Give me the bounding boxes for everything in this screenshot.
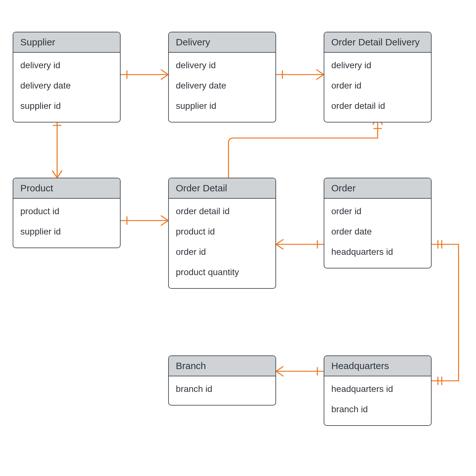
- entity-order-detail-delivery[interactable]: Order Detail Delivery delivery id order …: [324, 32, 432, 122]
- attribute: product id: [176, 221, 268, 242]
- attribute: order id: [176, 242, 268, 262]
- attribute: order detail id: [176, 201, 268, 221]
- attribute: order id: [331, 76, 424, 96]
- svg-line-11: [57, 171, 62, 178]
- svg-line-14: [161, 216, 168, 221]
- entity-order-detail[interactable]: Order Detail order detail id product id …: [168, 178, 276, 289]
- entity-supplier-title: Supplier: [13, 32, 120, 53]
- entity-supplier[interactable]: Supplier delivery id delivery date suppl…: [13, 32, 121, 122]
- svg-line-17: [276, 240, 283, 244]
- attribute: branch id: [331, 399, 424, 420]
- entity-headquarters-title: Headquarters: [324, 356, 431, 376]
- entity-headquarters-body: headquarters id branch id: [324, 376, 431, 425]
- svg-line-3: [161, 75, 168, 79]
- entity-order-detail-title: Order Detail: [169, 178, 275, 199]
- attribute: branch id: [176, 379, 268, 399]
- svg-line-10: [52, 171, 57, 178]
- entity-delivery-title: Delivery: [169, 32, 275, 53]
- entity-branch-body: branch id: [169, 376, 275, 405]
- svg-line-6: [317, 70, 324, 75]
- svg-line-28: [276, 367, 283, 371]
- svg-line-7: [317, 75, 324, 79]
- attribute: delivery date: [20, 76, 113, 96]
- attribute: delivery id: [176, 55, 268, 76]
- entity-delivery[interactable]: Delivery delivery id delivery date suppl…: [168, 32, 276, 122]
- entity-order-detail-delivery-body: delivery id order id order detail id: [324, 53, 431, 122]
- entity-delivery-body: delivery id delivery date supplier id: [169, 53, 275, 122]
- attribute: order id: [331, 201, 424, 221]
- entity-order-body: order id order date headquarters id: [324, 199, 431, 268]
- er-diagram-canvas: { "diagram_type": "entity-relationship",…: [0, 0, 476, 476]
- attribute: delivery id: [331, 55, 424, 76]
- svg-line-29: [276, 371, 283, 376]
- entity-order[interactable]: Order order id order date headquarters i…: [324, 178, 432, 268]
- attribute: supplier id: [20, 96, 113, 116]
- entity-supplier-body: delivery id delivery date supplier id: [13, 53, 120, 122]
- svg-line-15: [161, 221, 168, 225]
- entity-order-detail-body: order detail id product id order id prod…: [169, 199, 275, 288]
- attribute: product id: [20, 201, 113, 221]
- attribute: supplier id: [20, 221, 113, 242]
- attribute: product quantity: [176, 262, 268, 282]
- attribute: headquarters id: [331, 379, 424, 399]
- entity-branch[interactable]: Branch branch id: [168, 355, 276, 406]
- attribute: delivery date: [176, 76, 268, 96]
- attribute: order detail id: [331, 96, 424, 116]
- entity-product-body: product id supplier id: [13, 199, 120, 248]
- attribute: headquarters id: [331, 242, 424, 262]
- entity-branch-title: Branch: [169, 356, 275, 376]
- entity-order-detail-delivery-title: Order Detail Delivery: [324, 32, 431, 53]
- svg-line-2: [161, 70, 168, 75]
- entity-product[interactable]: Product product id supplier id: [13, 178, 121, 248]
- svg-line-18: [276, 244, 283, 249]
- attribute: order date: [331, 221, 424, 242]
- entity-product-title: Product: [13, 178, 120, 199]
- attribute: delivery id: [20, 55, 113, 76]
- entity-order-title: Order: [324, 178, 431, 199]
- attribute: supplier id: [176, 96, 268, 116]
- entity-headquarters[interactable]: Headquarters headquarters id branch id: [324, 355, 432, 426]
